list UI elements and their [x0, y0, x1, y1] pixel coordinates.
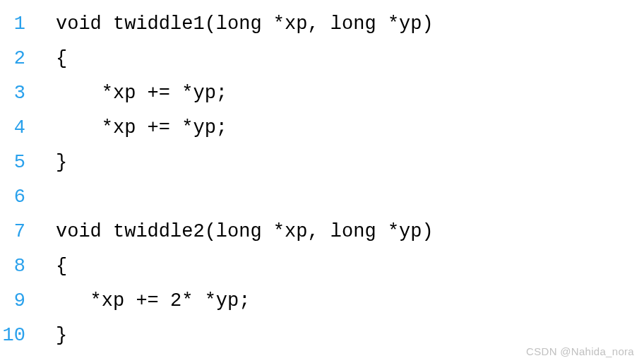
- line-number: 7: [0, 215, 38, 249]
- code-text: {: [38, 42, 67, 76]
- code-line: 5 }: [0, 145, 644, 180]
- code-text: {: [38, 249, 67, 284]
- code-line: 4 *xp += *yp;: [0, 111, 644, 145]
- code-text: *xp += 2* *yp;: [38, 284, 250, 319]
- code-text: void twiddle1(long *xp, long *yp): [38, 7, 434, 42]
- line-number: 10: [0, 319, 38, 353]
- line-number: 3: [0, 76, 38, 111]
- code-text: *xp += *yp;: [38, 76, 227, 111]
- watermark: CSDN @Nahida_nora: [526, 345, 634, 357]
- code-line: 7 void twiddle2(long *xp, long *yp): [0, 215, 644, 249]
- code-line: 6: [0, 180, 644, 215]
- line-number: 9: [0, 284, 38, 319]
- code-text: }: [38, 145, 67, 180]
- line-number: 6: [0, 180, 38, 215]
- code-text: void twiddle2(long *xp, long *yp): [38, 215, 434, 249]
- line-number: 8: [0, 249, 38, 284]
- code-line: 3 *xp += *yp;: [0, 76, 644, 111]
- code-block: 1 void twiddle1(long *xp, long *yp) 2 { …: [0, 7, 644, 353]
- code-text: *xp += *yp;: [38, 111, 227, 145]
- code-line: 8 {: [0, 249, 644, 284]
- code-line: 2 {: [0, 42, 644, 76]
- code-line: 9 *xp += 2* *yp;: [0, 284, 644, 319]
- line-number: 4: [0, 111, 38, 145]
- code-text: }: [38, 319, 67, 353]
- line-number: 1: [0, 7, 38, 42]
- line-number: 5: [0, 145, 38, 180]
- code-line: 1 void twiddle1(long *xp, long *yp): [0, 7, 644, 42]
- line-number: 2: [0, 42, 38, 76]
